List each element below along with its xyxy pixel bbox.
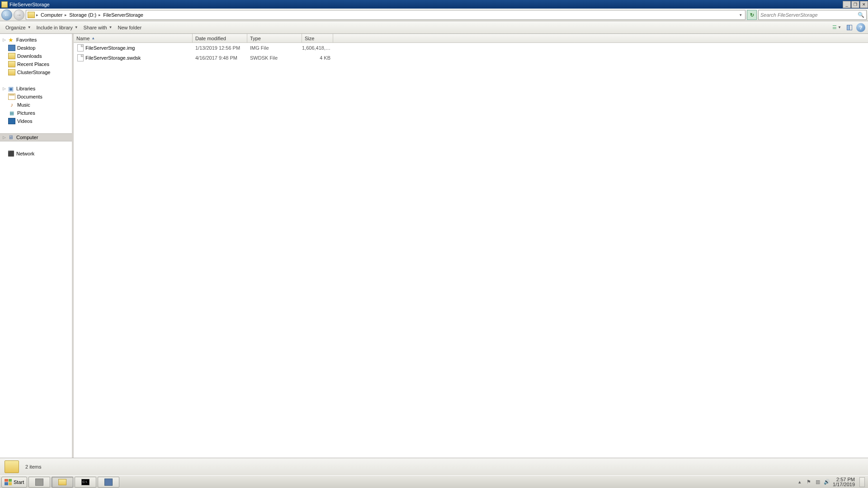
file-name: FileServerStorage.img <box>85 45 135 51</box>
tray-volume-icon[interactable]: 🔊 <box>824 479 830 485</box>
file-icon <box>77 54 84 61</box>
file-size: 4 KB <box>302 55 333 61</box>
folder-large-icon <box>5 460 19 473</box>
nav-documents[interactable]: Documents <box>0 93 72 101</box>
nav-computer-label: Computer <box>16 135 38 140</box>
show-desktop-button[interactable] <box>859 477 865 487</box>
maximize-button[interactable]: ❐ <box>851 1 859 8</box>
file-rows[interactable]: FileServerStorage.img 1/13/2019 12:56 PM… <box>74 43 868 458</box>
file-size: 1,606,418,… <box>302 45 333 51</box>
chevron-right-icon[interactable]: ▸ <box>99 13 101 17</box>
address-history-dropdown[interactable]: ▾ <box>737 13 744 17</box>
nav-desktop[interactable]: Desktop <box>0 44 72 52</box>
file-list-pane: Name▲ Date modified Type Size FileServer… <box>74 34 868 458</box>
search-icon[interactable]: 🔍 <box>858 12 864 18</box>
include-library-menu[interactable]: Include in library▼ <box>34 23 81 32</box>
system-tray: ▴ ⚑ ▥ 🔊 2:57 PM 1/17/2019 <box>797 477 867 487</box>
chevron-right-icon[interactable]: ▸ <box>36 13 38 17</box>
nav-back-button[interactable]: ← <box>1 9 12 20</box>
column-headers: Name▲ Date modified Type Size <box>74 34 868 43</box>
nav-network-label: Network <box>16 151 34 156</box>
nav-videos[interactable]: Videos <box>0 117 72 125</box>
folder-icon <box>28 12 35 18</box>
share-label: Share with <box>84 25 107 30</box>
nav-downloads[interactable]: Downloads <box>0 52 72 60</box>
computer-icon: 🖥 <box>7 134 14 141</box>
breadcrumb-computer[interactable]: Computer <box>40 12 63 18</box>
file-row[interactable]: FileServerStorage.swdsk 4/16/2017 9:48 P… <box>74 53 868 63</box>
collapse-icon: ▷ <box>3 38 7 42</box>
help-button[interactable]: ? <box>856 23 865 32</box>
server-manager-icon <box>35 479 43 486</box>
nav-favorites-label: Favorites <box>16 37 37 42</box>
tray-network-icon[interactable]: ▥ <box>815 479 821 485</box>
chevron-right-icon[interactable]: ▸ <box>65 13 67 17</box>
preview-pane-button[interactable] <box>844 23 854 32</box>
newfolder-label: New folder <box>118 25 142 30</box>
preview-pane-icon <box>847 25 852 30</box>
include-label: Include in library <box>37 25 73 30</box>
chevron-down-icon: ▼ <box>109 25 113 29</box>
refresh-button[interactable]: ↻ <box>747 10 757 20</box>
organize-label: Organize <box>5 25 26 30</box>
taskbar-app-other[interactable] <box>98 477 119 488</box>
tray-clock[interactable]: 2:57 PM 1/17/2019 <box>833 477 855 487</box>
start-button[interactable]: Start <box>1 477 27 488</box>
taskbar-app-explorer[interactable] <box>52 477 73 488</box>
nav-favorites[interactable]: ▷ ★ Favorites <box>0 36 72 44</box>
minimize-button[interactable]: _ <box>843 1 851 8</box>
breadcrumb-folder[interactable]: FileServerStorage <box>102 12 144 18</box>
new-folder-button[interactable]: New folder <box>115 23 144 32</box>
nav-network[interactable]: ⬛ Network <box>0 150 72 158</box>
documents-icon <box>8 94 15 100</box>
view-options-button[interactable]: ☰▼ <box>831 23 843 32</box>
nav-forward-button[interactable]: → <box>14 9 24 20</box>
file-icon <box>77 44 84 52</box>
folder-icon <box>8 53 15 59</box>
clock-time: 2:57 PM <box>836 477 855 482</box>
breadcrumb-drive[interactable]: Storage (D:) <box>68 12 97 18</box>
tray-flag-icon[interactable]: ⚑ <box>806 479 812 485</box>
nav-clusterstorage[interactable]: ClusterStorage <box>0 68 72 76</box>
organize-menu[interactable]: Organize▼ <box>3 23 34 32</box>
file-type: SWDSK File <box>247 55 302 61</box>
close-button[interactable]: ✕ <box>860 1 868 8</box>
search-input[interactable] <box>760 12 858 18</box>
nav-music[interactable]: ♪Music <box>0 101 72 109</box>
chevron-down-icon: ▼ <box>75 25 78 29</box>
collapse-icon: ▷ <box>3 86 7 91</box>
sort-asc-icon: ▲ <box>91 36 95 40</box>
address-bar[interactable]: ▸ Computer ▸ Storage (D:) ▸ FileServerSt… <box>26 10 745 20</box>
title-bar: FileServerStorage _ ❐ ✕ <box>0 0 868 9</box>
recent-places-icon <box>8 61 15 67</box>
nav-pictures[interactable]: ▦Pictures <box>0 109 72 117</box>
taskbar-app-server-manager[interactable] <box>28 477 50 488</box>
nav-recent-places[interactable]: Recent Places <box>0 60 72 68</box>
column-type[interactable]: Type <box>247 34 302 42</box>
file-name: FileServerStorage.swdsk <box>85 55 141 61</box>
share-with-menu[interactable]: Share with▼ <box>81 23 115 32</box>
nav-libraries[interactable]: ▷ ▣ Libraries <box>0 84 72 93</box>
folder-icon <box>58 479 66 485</box>
desktop-icon <box>8 45 15 51</box>
star-icon: ★ <box>7 37 14 43</box>
main-area: ▷ ★ Favorites Desktop Downloads Recent P… <box>0 34 868 458</box>
column-size[interactable]: Size <box>302 34 333 42</box>
details-pane: 2 items <box>0 458 868 475</box>
start-label: Start <box>14 479 24 485</box>
nav-computer[interactable]: ▷ 🖥 Computer <box>0 133 72 141</box>
music-icon: ♪ <box>8 102 15 108</box>
nav-libraries-label: Libraries <box>16 86 35 91</box>
clock-date: 1/17/2019 <box>833 482 855 487</box>
navigation-pane: ▷ ★ Favorites Desktop Downloads Recent P… <box>0 34 72 458</box>
window-title: FileServerStorage <box>9 2 842 7</box>
network-icon: ⬛ <box>7 150 14 157</box>
taskbar: Start C:\ ▴ ⚑ ▥ 🔊 2:57 PM 1/17/2019 <box>0 475 868 488</box>
libraries-icon: ▣ <box>7 85 14 92</box>
file-row[interactable]: FileServerStorage.img 1/13/2019 12:56 PM… <box>74 43 868 53</box>
search-box[interactable]: 🔍 <box>758 10 867 20</box>
column-name[interactable]: Name▲ <box>74 34 193 42</box>
column-date-modified[interactable]: Date modified <box>193 34 247 42</box>
tray-show-hidden-icon[interactable]: ▴ <box>797 479 803 485</box>
taskbar-app-cmd[interactable]: C:\ <box>75 477 96 488</box>
